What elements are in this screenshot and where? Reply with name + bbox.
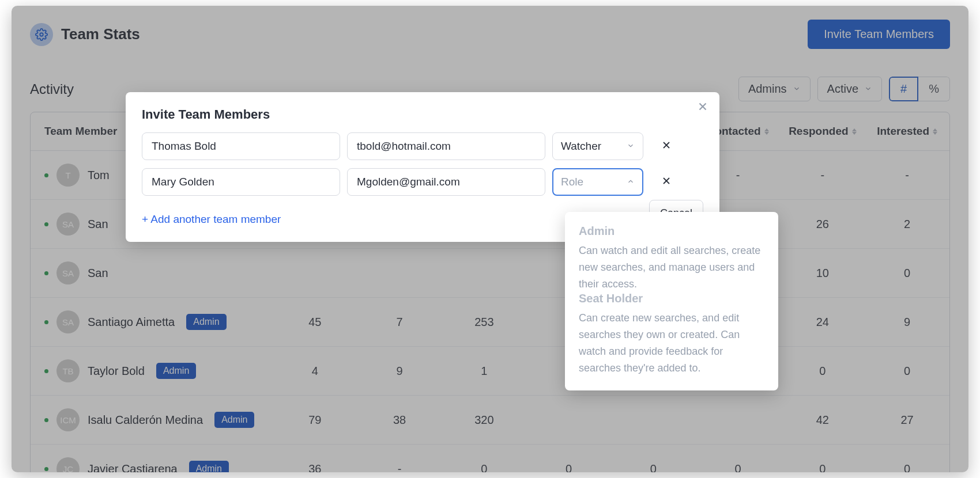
chevron-up-icon (627, 176, 635, 188)
invite-role-label: Watcher (561, 140, 601, 153)
role-dropdown-popover: Admin Can watch and edit all searches, c… (565, 212, 778, 390)
invite-name-input[interactable] (142, 168, 340, 196)
invite-email-input[interactable] (347, 132, 545, 160)
close-icon[interactable] (696, 100, 709, 115)
role-option-desc: Can create new searches, and edit search… (579, 310, 764, 376)
invite-row: Watcher (142, 132, 703, 160)
modal-title: Invite Team Members (142, 107, 703, 122)
role-option-title: Admin (579, 225, 764, 238)
role-option-admin[interactable]: Admin Can watch and edit all searches, c… (579, 225, 764, 292)
remove-row-icon[interactable] (661, 139, 672, 153)
role-option-seat-holder[interactable]: Seat Holder Can create new searches, and… (579, 292, 764, 376)
invite-role-label: Role (561, 176, 583, 188)
add-another-member-link[interactable]: + Add another team member (142, 213, 281, 226)
role-option-title: Seat Holder (579, 292, 764, 305)
invite-row: Role (142, 168, 703, 196)
chevron-down-icon (627, 140, 635, 153)
invite-name-input[interactable] (142, 132, 340, 160)
invite-role-select[interactable]: Role (552, 168, 643, 196)
role-option-desc: Can watch and edit all searches, create … (579, 242, 764, 292)
invite-email-input[interactable] (347, 168, 545, 196)
invite-role-select[interactable]: Watcher (552, 132, 643, 160)
remove-row-icon[interactable] (661, 175, 672, 189)
